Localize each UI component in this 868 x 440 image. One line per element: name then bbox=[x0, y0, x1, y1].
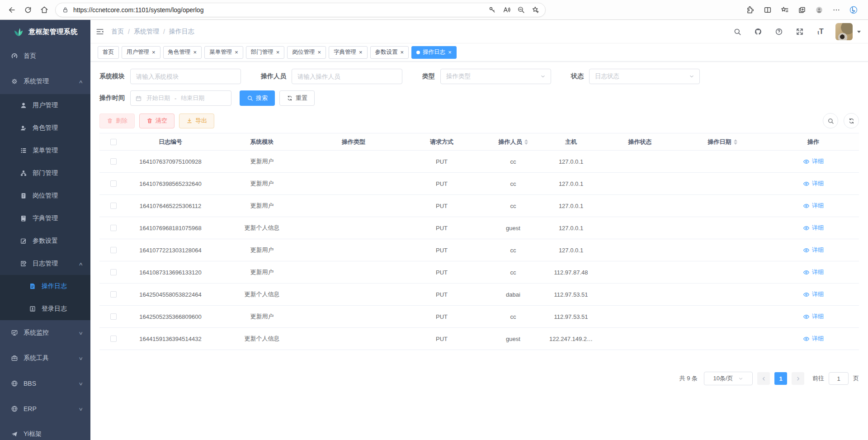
back-button[interactable] bbox=[4, 2, 20, 18]
detail-link[interactable]: 详细 bbox=[803, 335, 824, 343]
zoom-out-button[interactable] bbox=[514, 3, 528, 17]
refresh-button[interactable] bbox=[20, 2, 36, 18]
page-number-1[interactable]: 1 bbox=[774, 372, 787, 385]
sidebar-item-bbs[interactable]: BBS ∨ bbox=[0, 371, 90, 396]
row-checkbox[interactable] bbox=[110, 158, 117, 165]
sidebar-item-system-monitor[interactable]: 系统监控 ∨ bbox=[0, 320, 90, 345]
table-search-toggle-button[interactable] bbox=[823, 113, 838, 128]
sidebar-item-menu-management[interactable]: 菜单管理 bbox=[0, 139, 90, 162]
home-button[interactable] bbox=[36, 2, 52, 18]
goto-page-input[interactable] bbox=[829, 372, 849, 385]
help-button[interactable] bbox=[769, 22, 788, 41]
favorites-button[interactable] bbox=[777, 2, 793, 18]
module-input[interactable] bbox=[130, 69, 241, 84]
operator-input[interactable] bbox=[292, 69, 402, 84]
sidebar-item-log-management[interactable]: 日志管理 ∧ bbox=[0, 252, 90, 275]
row-checkbox[interactable] bbox=[110, 291, 117, 298]
row-checkbox[interactable] bbox=[110, 225, 117, 231]
sidebar-item-role-management[interactable]: 角色管理 bbox=[0, 117, 90, 139]
breadcrumb-item[interactable]: / 操作日志 bbox=[159, 28, 194, 36]
close-icon[interactable]: × bbox=[193, 49, 197, 55]
status-select[interactable]: 日志状态 bbox=[589, 69, 700, 84]
close-icon[interactable]: × bbox=[401, 49, 404, 55]
row-checkbox[interactable] bbox=[110, 336, 117, 342]
sidebar-item-dictionary-management[interactable]: 字典管理 bbox=[0, 207, 90, 230]
sidebar-item-system-management[interactable]: 系统管理 ∧ bbox=[0, 69, 90, 94]
url-text[interactable]: https://ccnetcore.com:1101/system/log/op… bbox=[73, 6, 485, 14]
close-icon[interactable]: × bbox=[235, 49, 238, 55]
tab-parameter-settings[interactable]: 参数设置 × bbox=[370, 46, 409, 59]
row-checkbox[interactable] bbox=[110, 269, 117, 275]
github-button[interactable] bbox=[749, 22, 768, 41]
tab-home[interactable]: 首页 bbox=[98, 46, 119, 59]
tab-menu-management[interactable]: 菜单管理 × bbox=[204, 46, 243, 59]
row-checkbox[interactable] bbox=[110, 247, 117, 253]
row-checkbox[interactable] bbox=[110, 313, 117, 320]
reset-button[interactable]: 重置 bbox=[279, 90, 315, 106]
select-all-checkbox[interactable] bbox=[110, 139, 117, 145]
detail-link[interactable]: 详细 bbox=[803, 246, 824, 254]
caret-down-icon[interactable] bbox=[857, 31, 861, 35]
sidebar-item-user-management[interactable]: 用户管理 bbox=[0, 94, 90, 117]
tab-user-management[interactable]: 用户管理 × bbox=[122, 46, 160, 59]
tab-department-management[interactable]: 部门管理 × bbox=[246, 46, 285, 59]
detail-link[interactable]: 详细 bbox=[803, 157, 824, 166]
close-icon[interactable]: × bbox=[448, 49, 452, 55]
font-size-button[interactable]: tT bbox=[811, 22, 830, 41]
tab-role-management[interactable]: 角色管理 × bbox=[163, 46, 202, 59]
type-select[interactable]: 操作类型 bbox=[440, 69, 551, 84]
detail-link[interactable]: 详细 bbox=[803, 268, 824, 276]
tab-dictionary-management[interactable]: 字典管理 × bbox=[329, 46, 368, 59]
sidebar-item-login-log[interactable]: 登录日志 bbox=[0, 298, 90, 320]
close-icon[interactable]: × bbox=[152, 49, 156, 55]
favorite-button[interactable] bbox=[528, 3, 542, 17]
split-screen-button[interactable] bbox=[760, 2, 776, 18]
breadcrumb-item[interactable]: 首页 bbox=[111, 28, 124, 36]
close-icon[interactable]: × bbox=[359, 49, 363, 55]
row-checkbox[interactable] bbox=[110, 180, 117, 187]
next-page-button[interactable] bbox=[792, 372, 804, 385]
sort-caret-icon[interactable] bbox=[734, 139, 737, 145]
detail-link[interactable]: 详细 bbox=[803, 290, 824, 298]
detail-link[interactable]: 详细 bbox=[803, 224, 824, 232]
sidebar-item-yi-framework[interactable]: Yi框架 bbox=[0, 421, 90, 440]
search-button[interactable]: 搜索 bbox=[240, 90, 275, 106]
delete-button[interactable]: 删除 bbox=[99, 114, 135, 128]
extensions-button[interactable] bbox=[742, 2, 759, 18]
sidebar-item-home[interactable]: 首页 bbox=[0, 43, 90, 69]
clear-button[interactable]: 清空 bbox=[139, 114, 175, 128]
sidebar-item-parameter-settings[interactable]: 参数设置 bbox=[0, 230, 90, 252]
detail-link[interactable]: 详细 bbox=[803, 312, 824, 321]
tab-post-management[interactable]: 岗位管理 × bbox=[287, 46, 326, 59]
row-checkbox[interactable] bbox=[110, 203, 117, 209]
fullscreen-button[interactable] bbox=[790, 22, 809, 41]
page-size-select[interactable]: 10条/页 bbox=[704, 372, 753, 385]
close-icon[interactable]: × bbox=[276, 49, 280, 55]
table-refresh-button[interactable] bbox=[844, 113, 859, 128]
settings-more-button[interactable] bbox=[828, 2, 844, 18]
sort-caret-icon[interactable] bbox=[524, 139, 528, 145]
detail-link[interactable]: 详细 bbox=[803, 202, 824, 210]
prev-page-button[interactable] bbox=[757, 372, 770, 385]
date-range-picker[interactable]: 开始日期 - 结束日期 bbox=[130, 90, 231, 106]
collections-button[interactable] bbox=[794, 2, 810, 18]
close-icon[interactable]: × bbox=[317, 49, 321, 55]
export-button[interactable]: 导出 bbox=[179, 114, 214, 128]
header-search-button[interactable] bbox=[728, 22, 747, 41]
password-button[interactable] bbox=[485, 3, 499, 17]
sidebar-item-system-tools[interactable]: 系统工具 ∨ bbox=[0, 345, 90, 371]
bing-chat-button[interactable] bbox=[845, 2, 862, 18]
app-logo[interactable]: 意框架管理系统 bbox=[0, 20, 90, 43]
breadcrumb-item[interactable]: / 系统管理 bbox=[124, 28, 159, 36]
tab-operation-log[interactable]: 操作日志 × bbox=[411, 46, 457, 59]
sidebar-item-erp[interactable]: ERP ∨ bbox=[0, 396, 90, 421]
sidebar-item-operation-log[interactable]: 操作日志 bbox=[0, 275, 90, 298]
sidebar-item-department-management[interactable]: 部门管理 bbox=[0, 162, 90, 185]
address-bar[interactable]: https://ccnetcore.com:1101/system/log/op… bbox=[55, 3, 546, 17]
read-aloud-button[interactable] bbox=[499, 3, 514, 17]
detail-link[interactable]: 详细 bbox=[803, 180, 824, 188]
profile-button[interactable] bbox=[811, 2, 827, 18]
sidebar-collapse-button[interactable] bbox=[90, 22, 109, 41]
user-avatar[interactable] bbox=[835, 23, 853, 40]
sidebar-item-post-management[interactable]: 岗位管理 bbox=[0, 185, 90, 207]
